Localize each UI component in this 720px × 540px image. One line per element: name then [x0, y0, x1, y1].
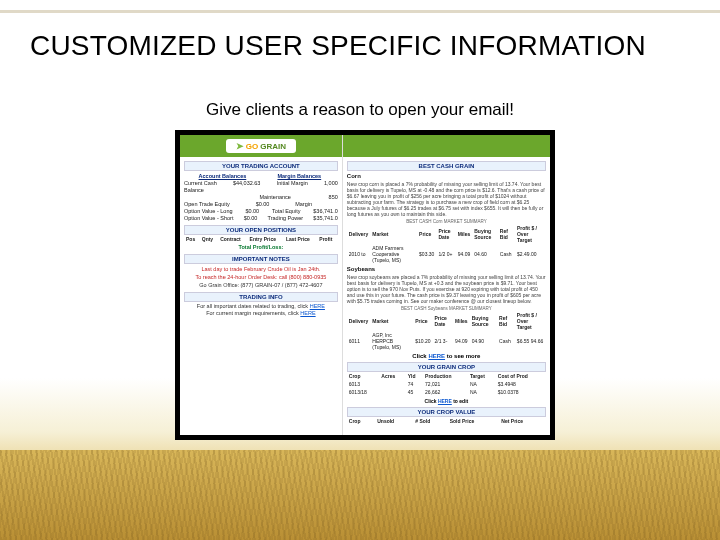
trading-info-link[interactable]: HERE	[310, 303, 325, 309]
slide-title: CUSTOMIZED USER SPECIFIC INFORMATION	[30, 30, 690, 62]
balance-row: Current Cash$44,032.63Initial Margin1,00…	[184, 180, 338, 186]
balance-row: Open Trade Equity$0.00Margin	[184, 201, 338, 207]
margin-balances-header: Margin Balances	[261, 173, 338, 179]
table-row: 6011AGP, Inc HERPCB (Tupelo, MS)$10.202/…	[347, 331, 546, 351]
logo-bar-right	[343, 135, 550, 157]
open-positions-table: Pos Qnty Contract Entry Price Last Price…	[184, 235, 338, 243]
gograin-logo: ➤ GO GRAIN	[226, 139, 296, 153]
important-note-line: Go Grain Office: (877) GRAIN-07 / (877) …	[184, 282, 338, 288]
logo-go: GO	[246, 142, 258, 151]
important-note-line: To reach the 24-hour Order Desk: call (8…	[184, 274, 338, 280]
email-right-column: BEST CASH GRAIN Corn New crop corn is pl…	[343, 135, 550, 435]
account-balances-header: Account Balances	[184, 173, 261, 179]
corn-paragraph: New crop corn is placed a 7% probability…	[347, 181, 546, 217]
open-positions-section: YOUR OPEN POSITIONS Pos Qnty Contract En…	[184, 225, 338, 250]
email-screenshot: ➤ GO GRAIN YOUR TRADING ACCOUNT Account …	[175, 130, 555, 440]
grain-crop-table: CropAcresYldProductionTargetCost of Prod…	[347, 372, 546, 396]
edit-crop-link-row: Click HERE to edit	[347, 398, 546, 404]
see-more-link[interactable]: HERE	[428, 353, 445, 359]
balance-row: Maintenance850	[184, 194, 338, 200]
trading-account-section: YOUR TRADING ACCOUNT Account Balances Ma…	[184, 161, 338, 221]
table-row: 2010 toADM Farmers Cooperative (Tupelo, …	[347, 244, 546, 264]
open-positions-header: YOUR OPEN POSITIONS	[184, 225, 338, 235]
corn-summary-table: DeliveryMarketPricePrice DateMilesBuying…	[347, 224, 546, 264]
open-positions-total: Total Profit/Loss:	[184, 244, 338, 250]
logo-bar: ➤ GO GRAIN	[180, 135, 342, 157]
balance-row: Option Value - Long$0.00Total Equity$36,…	[184, 208, 338, 214]
balance-row: Option Value - Short$0.00Trading Power$3…	[184, 215, 338, 221]
cash-grain-header: BEST CASH GRAIN	[347, 161, 546, 171]
email-left-column: ➤ GO GRAIN YOUR TRADING ACCOUNT Account …	[180, 135, 343, 435]
trading-info-header: TRADING INFO	[184, 292, 338, 302]
trading-account-header: YOUR TRADING ACCOUNT	[184, 161, 338, 171]
logo-arrow-icon: ➤	[236, 141, 244, 151]
table-row: 60137472,021NA$3.4948	[347, 380, 546, 388]
trading-info-section: TRADING INFO For all important dates rel…	[184, 292, 338, 316]
trading-info-line: For all important dates related to tradi…	[184, 303, 338, 309]
crop-value-table: CropUnsold# SoldSold PriceNet Price	[347, 417, 546, 425]
edit-crop-link[interactable]: HERE	[438, 398, 452, 404]
see-more-link-row: Click HERE to see more	[347, 353, 546, 359]
soybeans-paragraph: New crop soybeans are placed a 7% probab…	[347, 274, 546, 304]
grain-crop-header: YOUR GRAIN CROP	[347, 362, 546, 372]
corn-label: Corn	[347, 173, 546, 179]
slide-subtitle: Give clients a reason to open your email…	[0, 100, 720, 120]
wheat-background	[0, 450, 720, 540]
logo-grain: GRAIN	[260, 142, 286, 151]
trading-info-link[interactable]: HERE	[300, 310, 315, 316]
slide: CUSTOMIZED USER SPECIFIC INFORMATION Giv…	[0, 0, 720, 540]
crop-value-header: YOUR CROP VALUE	[347, 407, 546, 417]
top-rule	[0, 10, 720, 13]
soybeans-label: Soybeans	[347, 266, 546, 272]
important-notes-header: IMPORTANT NOTES	[184, 254, 338, 264]
important-notes-section: IMPORTANT NOTES Last day to trade Februa…	[184, 254, 338, 288]
balance-row: Balance	[184, 187, 338, 193]
table-row: 6013/184526,662NA$10.0378	[347, 388, 546, 396]
important-note-line: Last day to trade February Crude Oil is …	[184, 266, 338, 272]
soy-summary-table: DeliveryMarketPricePrice DateMilesBuying…	[347, 311, 546, 351]
trading-info-line: For current margin requirements, click H…	[184, 310, 338, 316]
